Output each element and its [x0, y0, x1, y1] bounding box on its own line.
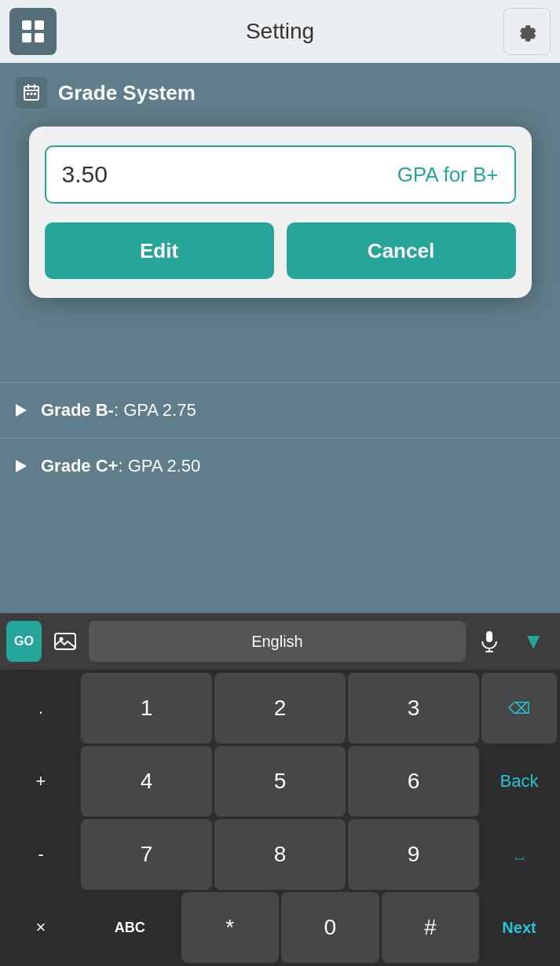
- delete-key[interactable]: ⌫: [481, 673, 557, 744]
- keyboard-toolbar: GO English ▼: [0, 613, 560, 670]
- go-button[interactable]: GO: [6, 621, 42, 662]
- content-area: Grade System 3.50 GPA for B+ Edit Cancel…: [0, 63, 560, 966]
- keyboard-keys: . 1 2 3 ⌫ + 4 5 6 Back - 7 8 9 ⎵: [0, 670, 560, 966]
- svg-rect-1: [35, 20, 44, 30]
- multiply-key[interactable]: ×: [3, 892, 79, 963]
- key-7[interactable]: 7: [81, 819, 212, 890]
- grid-menu-button[interactable]: [9, 8, 57, 55]
- next-key[interactable]: Next: [481, 892, 557, 963]
- back-key[interactable]: Back: [481, 746, 557, 817]
- edit-button[interactable]: Edit: [45, 222, 274, 279]
- edit-modal: 3.50 GPA for B+ Edit Cancel: [29, 127, 532, 298]
- gpa-input-value: 3.50: [62, 161, 108, 188]
- key-4[interactable]: 4: [81, 746, 212, 817]
- key-5[interactable]: 5: [214, 746, 346, 817]
- keyboard-row-4: × ABC * 0 # Next: [3, 892, 557, 963]
- keyboard-row-3: - 7 8 9 ⎵: [3, 819, 557, 890]
- keyboard-row-2: + 4 5 6 Back: [3, 746, 557, 817]
- key-6[interactable]: 6: [348, 746, 479, 817]
- modal-button-group: Edit Cancel: [45, 222, 516, 279]
- microphone-button[interactable]: [469, 621, 510, 662]
- abc-key[interactable]: ABC: [81, 892, 179, 963]
- svg-rect-2: [22, 33, 31, 42]
- grade-b-minus-row[interactable]: Grade B-: GPA 2.75: [0, 382, 560, 438]
- key-3[interactable]: 3: [348, 673, 479, 744]
- collapse-keyboard-button[interactable]: ▼: [513, 621, 554, 662]
- expand-arrow-icon: [16, 460, 27, 472]
- key-0[interactable]: 0: [281, 892, 379, 963]
- grade-b-minus-text: Grade B-: GPA 2.75: [41, 400, 196, 421]
- grade-c-plus-row[interactable]: Grade C+: GPA 2.50: [0, 438, 560, 494]
- svg-rect-0: [22, 20, 31, 30]
- gpa-input-placeholder: GPA for B+: [397, 163, 499, 187]
- modal-overlay: 3.50 GPA for B+ Edit Cancel: [0, 63, 560, 362]
- modal-input-field[interactable]: 3.50 GPA for B+: [45, 145, 516, 204]
- key-1[interactable]: 1: [81, 673, 212, 744]
- plus-key[interactable]: +: [3, 746, 79, 817]
- image-key-button[interactable]: [45, 621, 86, 662]
- expand-arrow-icon: [16, 404, 27, 417]
- page-title: Setting: [246, 19, 314, 44]
- grade-c-plus-text: Grade C+: GPA 2.50: [41, 456, 200, 476]
- dot-key[interactable]: .: [3, 673, 79, 744]
- svg-rect-3: [35, 33, 44, 42]
- cancel-button[interactable]: Cancel: [287, 222, 516, 279]
- keyboard: GO English ▼ .: [0, 613, 560, 966]
- key-hash[interactable]: #: [382, 892, 480, 963]
- key-8[interactable]: 8: [214, 819, 346, 890]
- svg-rect-8: [55, 634, 75, 649]
- space-key[interactable]: ⎵: [481, 819, 557, 890]
- key-star[interactable]: *: [181, 892, 280, 963]
- key-2[interactable]: 2: [214, 673, 346, 744]
- settings-button[interactable]: [503, 8, 551, 55]
- svg-rect-10: [486, 631, 492, 642]
- minus-key[interactable]: -: [3, 819, 79, 890]
- language-button[interactable]: English: [89, 621, 466, 662]
- app-header: Setting: [0, 0, 560, 63]
- keyboard-row-1: . 1 2 3 ⌫: [3, 673, 557, 744]
- key-9[interactable]: 9: [348, 819, 479, 890]
